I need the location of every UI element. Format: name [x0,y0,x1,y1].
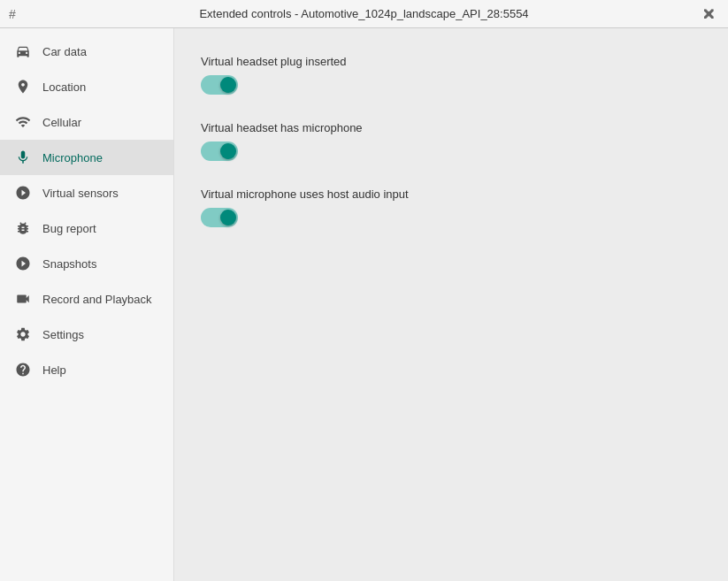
toggle-label-headset-plug: Virtual headset plug inserted [201,55,701,68]
sidebar-label-microphone: Microphone [42,151,103,164]
toggle-row-host-audio: Virtual microphone uses host audio input [201,187,701,227]
sidebar-item-cellular[interactable]: Cellular [0,104,173,140]
cellular-icon [14,113,32,131]
sidebar-label-virtual-sensors: Virtual sensors [42,187,119,200]
sidebar-item-microphone[interactable]: Microphone [0,140,173,175]
toggle-label-headset-mic: Virtual headset has microphone [201,121,701,134]
title-bar-title: Extended controls - Automotive_1024p_lan… [199,7,528,20]
sidebar: Car dataLocationCellularMicrophoneVirtua… [0,28,174,581]
sidebar-label-car-data: Car data [42,45,87,58]
window-icon: # [9,7,16,21]
sidebar-label-help: Help [42,363,66,377]
snapshots-icon [14,255,32,272]
sidebar-item-virtual-sensors[interactable]: Virtual sensors [0,175,173,210]
sidebar-item-record-playback[interactable]: Record and Playback [0,281,173,317]
car-icon [14,42,32,60]
sidebar-label-bug-report: Bug report [42,222,96,235]
sidebar-label-location: Location [42,80,86,94]
location-icon [14,78,32,96]
sidebar-label-cellular: Cellular [42,116,81,129]
toggle-row-headset-plug: Virtual headset plug inserted [201,55,701,95]
record-icon [14,290,32,308]
microphone-icon [14,149,32,166]
content-area: Virtual headset plug insertedVirtual hea… [174,28,728,581]
sidebar-item-settings[interactable]: Settings [0,317,173,352]
title-bar: # Extended controls - Automotive_1024p_l… [0,0,728,28]
help-icon [14,361,32,378]
sidebar-label-snapshots: Snapshots [42,257,96,271]
sidebar-item-bug-report[interactable]: Bug report [0,210,173,246]
virtual-sensors-icon [14,184,32,202]
main-layout: Car dataLocationCellularMicrophoneVirtua… [0,28,728,581]
sidebar-item-location[interactable]: Location [0,69,173,104]
toggle-row-headset-mic: Virtual headset has microphone [201,121,701,161]
settings-icon [14,325,32,343]
sidebar-item-help[interactable]: Help [0,352,173,387]
sidebar-item-snapshots[interactable]: Snapshots [0,246,173,281]
sidebar-label-record-playback: Record and Playback [42,293,152,306]
toggle-switch-host-audio[interactable] [201,208,238,227]
sidebar-item-car-data[interactable]: Car data [0,34,173,69]
close-button[interactable]: 🗙 [698,5,719,23]
toggle-switch-headset-plug[interactable] [201,75,238,95]
toggle-switch-headset-mic[interactable] [201,141,238,161]
sidebar-label-settings: Settings [42,328,84,341]
bug-icon [14,219,32,237]
toggle-label-host-audio: Virtual microphone uses host audio input [201,187,701,201]
